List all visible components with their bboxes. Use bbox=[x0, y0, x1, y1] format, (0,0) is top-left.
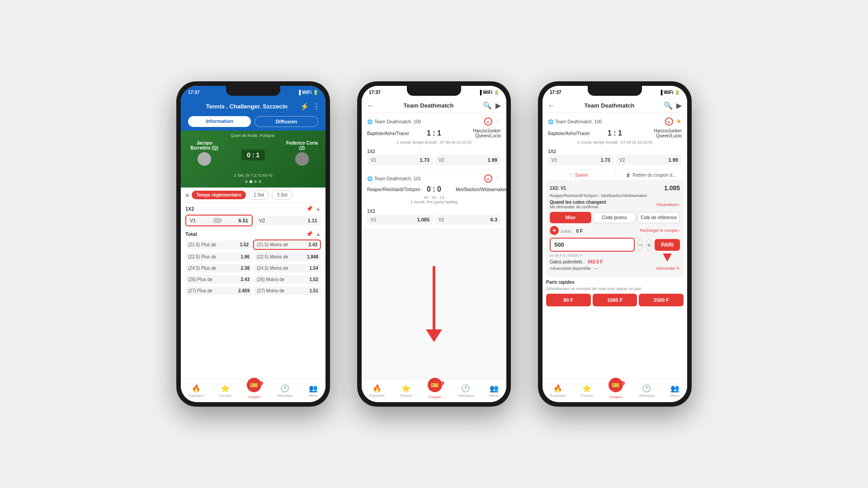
stake-plus-btn[interactable]: + bbox=[646, 239, 652, 251]
stake-input[interactable] bbox=[550, 238, 635, 252]
btn-temps-reglementaire[interactable]: Temps réglementaire bbox=[192, 191, 246, 199]
total-cell-left-4[interactable]: (27) Plus de 2.459 bbox=[185, 286, 252, 295]
match2-team1: Reaper/Reinhardt/Torbjorn bbox=[367, 187, 412, 192]
nav-coupon-3[interactable]: 🎫 2 Coupon bbox=[609, 382, 623, 399]
btn-2set[interactable]: 2 Set bbox=[249, 190, 269, 200]
stake-range: de 90 F ta 160000 F bbox=[550, 253, 680, 258]
nav-menu-1[interactable]: 👥 Menu bbox=[309, 384, 318, 398]
total-cell-right-3[interactable]: (26) Moins de 1.52 bbox=[254, 275, 321, 284]
nav-popular-1[interactable]: 🔥 Populaire bbox=[189, 384, 204, 398]
match2-v1-btn[interactable]: V1 1.085 bbox=[367, 215, 433, 225]
section-total-icons: 📌 ▲ bbox=[306, 231, 321, 237]
total-row: (22.5) Plus de 1.96 (22.5) Moins de 1.84… bbox=[181, 251, 326, 263]
btn-cote-reference[interactable]: Cote de référence bbox=[637, 212, 680, 223]
v1-toggle[interactable] bbox=[213, 218, 222, 223]
match3-1-v1-btn[interactable]: V1 1.73 bbox=[548, 155, 614, 165]
match1-v1-btn[interactable]: V1 1.73 bbox=[367, 155, 433, 165]
nav-coupon-2[interactable]: 🎫 2 Coupon bbox=[428, 382, 442, 399]
menu-icon-2: 👥 bbox=[490, 384, 499, 393]
search-icon-3[interactable]: 🔍 bbox=[664, 101, 673, 110]
total-rows: (21.5) Plus de 1.52 (21.5) Moins de 2.43… bbox=[181, 238, 326, 296]
v2-odds: 1.11 bbox=[308, 218, 317, 223]
nav-coupon-1[interactable]: 🎫 1 Coupon bbox=[247, 382, 261, 399]
btn-code-promo[interactable]: Code promo bbox=[593, 212, 636, 223]
retirer-btn[interactable]: 🗑 Retirer du coupon d... bbox=[615, 170, 688, 180]
btn-mise[interactable]: Mise bbox=[550, 212, 591, 223]
back-icon-1[interactable]: ← bbox=[186, 103, 193, 111]
match2-section: 1X2 bbox=[367, 207, 501, 215]
nav-favorites-2[interactable]: ⭐ Favoris bbox=[400, 384, 412, 398]
search-icon-2[interactable]: 🔍 bbox=[483, 101, 492, 110]
nav-favorites-label-3: Favoris bbox=[581, 394, 593, 398]
match3-1-section: 1X2 bbox=[548, 147, 682, 155]
tab-diffusion[interactable]: Diffusion bbox=[255, 116, 318, 127]
match3-1-v2-btn[interactable]: V2 1.99 bbox=[616, 155, 682, 165]
nav-history-3[interactable]: 🕐 Historique bbox=[638, 384, 655, 398]
total-cell-left-1[interactable]: (22.5) Plus de 1.96 bbox=[185, 253, 252, 261]
fav-icon-1[interactable]: ☆ bbox=[495, 117, 501, 126]
total-cell-right-0[interactable]: (21.5) Moins de 2.43 bbox=[253, 239, 321, 250]
remove-icon: 🗑 bbox=[626, 173, 631, 178]
fav-icon-3[interactable]: ★ bbox=[676, 117, 682, 126]
total-cell-right-2[interactable]: (24.5) Moins de 1.54 bbox=[254, 264, 321, 272]
add-funds-btn[interactable]: + bbox=[550, 226, 559, 235]
demander-link[interactable]: Demander ↻ bbox=[656, 266, 680, 271]
quick-bet-2500[interactable]: 2500 F bbox=[639, 294, 684, 306]
recharge-chevron: › bbox=[679, 228, 680, 233]
star-nav-icon-3: ⭐ bbox=[582, 384, 591, 393]
btn-3set[interactable]: 3 Set bbox=[272, 190, 292, 200]
recharge-link[interactable]: Recharger le compte › bbox=[640, 228, 680, 233]
quick-bet-1000[interactable]: 1000 F bbox=[593, 294, 637, 306]
total-cell-right-1[interactable]: (22.5) Moins de 1.848 bbox=[254, 253, 321, 261]
stake-row: − + PARI bbox=[550, 238, 680, 252]
total-cell-left-0[interactable]: (21.5) Plus de 1.52 bbox=[185, 240, 251, 249]
match1-teams: Baptiste/Ashe/Tracer 1 : 1 Hanzo/Junker … bbox=[367, 128, 501, 138]
nav-favorites-label-1: Favoris bbox=[219, 394, 231, 398]
match2-v2-odds: 6.3 bbox=[491, 217, 497, 222]
follow-btn[interactable]: ♡ Suivre bbox=[542, 170, 615, 180]
stake-minus-btn[interactable]: − bbox=[637, 239, 643, 251]
nav-popular-2[interactable]: 🔥 Populaire bbox=[369, 384, 385, 398]
back-icon-3[interactable]: ← bbox=[548, 102, 555, 110]
v2-cell[interactable]: V2 1.11 bbox=[255, 216, 321, 225]
menu-icon-3: 👥 bbox=[670, 384, 679, 393]
nav-history-1[interactable]: 🕐 Historique bbox=[277, 384, 293, 398]
match3-1-title: Team Deathmatch. 100 bbox=[555, 119, 602, 124]
bottom-nav-1: 🔥 Populaire ⭐ Favoris 🎫 1 Coupon 🕐 Histo… bbox=[181, 379, 326, 402]
match1-v2-btn[interactable]: V2 1.99 bbox=[435, 155, 501, 165]
gains-value: 542.5 F bbox=[588, 259, 603, 264]
v1-cell[interactable]: V1 6.51 bbox=[185, 215, 253, 226]
video-icon-2[interactable]: ▶ bbox=[495, 101, 501, 110]
lightning-icon-1[interactable]: ⚡ bbox=[300, 102, 309, 111]
bet-filter-row: ≡ Temps réglementaire 2 Set 3 Set bbox=[181, 188, 326, 203]
nav-favorites-1[interactable]: ⭐ Favoris bbox=[219, 384, 231, 398]
total-cell-right-4[interactable]: (27) Moins de 1.51 bbox=[254, 286, 321, 295]
total-cell-left-3[interactable]: (26) Plus de 2.43 bbox=[185, 275, 252, 284]
status-icons-1: ▐ WiFi 🔋 bbox=[297, 90, 318, 95]
match3-1-info: 2 round, temps écoulé : 07:49 (6-10,10-5… bbox=[548, 140, 682, 145]
quick-bet-90[interactable]: 90 F bbox=[546, 294, 591, 306]
video-icon-3[interactable]: ▶ bbox=[676, 101, 682, 110]
nav-popular-3[interactable]: 🔥 Populaire bbox=[550, 384, 566, 398]
nav-favorites-3[interactable]: ⭐ Favoris bbox=[581, 384, 593, 398]
bottom-nav-2: 🔥 Populaire ⭐ Favoris 🎫 2 Coupon 🕐 Histo… bbox=[362, 379, 506, 402]
more-icon-1[interactable]: ⋮ bbox=[313, 102, 320, 111]
fav-icon-2[interactable]: ☆ bbox=[495, 174, 501, 183]
match2-v2-btn[interactable]: V2 6.3 bbox=[435, 215, 501, 225]
params-link[interactable]: Paramètres › bbox=[656, 202, 680, 207]
nav-menu-2[interactable]: 👥 Menu bbox=[490, 384, 499, 398]
back-icon-2[interactable]: ← bbox=[367, 102, 374, 110]
nav-history-2[interactable]: 🕐 Historique bbox=[458, 384, 474, 398]
match2-v2-label: V2 bbox=[439, 217, 444, 222]
nav-menu-3[interactable]: 👥 Menu bbox=[670, 384, 679, 398]
match2-icons: ▶ ☆ bbox=[484, 174, 501, 183]
v2-label: V2 bbox=[259, 218, 265, 223]
status-time-3: 17:37 bbox=[550, 90, 561, 95]
match-info-1: 2 Set, (5-7,2,*2:40-A) bbox=[186, 172, 320, 178]
heart-icon: ♡ bbox=[569, 173, 573, 178]
pari-btn[interactable]: PARI bbox=[655, 239, 680, 251]
status-time-2: 17:37 bbox=[369, 90, 381, 95]
match3-1-team2: Hanzo/Junker Queen/Lucio bbox=[637, 128, 682, 138]
total-cell-left-2[interactable]: (24.5) Plus de 2.38 bbox=[185, 264, 252, 272]
tab-information[interactable]: Information bbox=[188, 116, 251, 127]
